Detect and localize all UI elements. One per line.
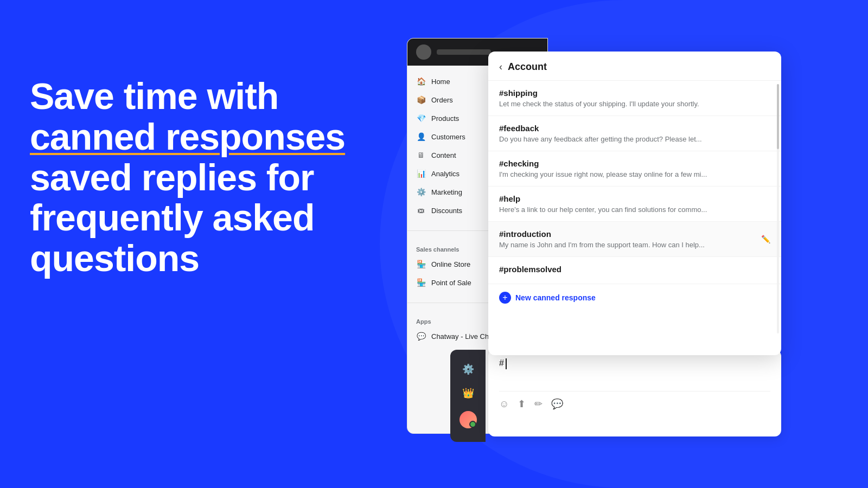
account-panel-title: Account [508,61,547,73]
sidebar-label-products: Products [431,114,459,123]
sidebar-label-online-store: Online Store [431,260,470,268]
canned-responses-list: #shipping Let me check the status of you… [488,81,781,330]
sidebar-label-analytics: Analytics [431,170,459,178]
store-name-bar [437,49,491,55]
point-of-sale-icon: 🏪 [416,278,426,287]
products-icon: 💎 [416,113,426,123]
canned-tag-checking: #checking [499,159,770,168]
chat-toolbar: ☺ ⬆ ✏ 💬 [499,391,770,410]
hero-line4: frequently asked [30,197,314,238]
online-store-icon: 🏪 [416,259,426,269]
home-icon: 🏠 [416,76,426,86]
chat-input-prefix: # [499,358,504,368]
canned-item-shipping[interactable]: #shipping Let me check the status of you… [488,81,781,116]
chat-input-area: # ☺ ⬆ ✏ 💬 [488,350,781,436]
canned-item-introduction[interactable]: #introduction My name is John and I'm fr… [488,222,781,257]
back-button[interactable]: ‹ [499,61,502,73]
chat-bubble-icon[interactable]: 💬 [551,398,563,410]
sidebar-label-customers: Customers [431,133,465,141]
settings-icon[interactable]: ⚙️ [462,363,474,375]
crown-icon[interactable]: 👑 [462,387,474,399]
account-panel: ‹ Account #shipping Let me check the sta… [488,52,781,355]
sidebar-label-discounts: Discounts [431,207,462,215]
canned-tag-shipping: #shipping [499,88,770,98]
orders-icon: 📦 [416,95,426,105]
hero-line3: saved replies for [30,157,314,198]
canned-desc-shipping: Let me check the status of your shipping… [499,100,770,108]
sidebar-label-point-of-sale: Point of Sale [431,279,471,287]
new-canned-response-button[interactable]: + New canned response [488,284,781,311]
canned-desc-introduction: My name is John and I'm from the support… [499,241,770,249]
hero-line1: Save time with [30,75,278,117]
chatway-icon: 💬 [416,331,426,341]
content-icon: 🖥 [416,150,426,160]
sidebar-label-marketing: Marketing [431,188,462,196]
emoji-icon[interactable]: ☺ [499,399,509,410]
discounts-icon: 🎟 [416,206,426,215]
user-avatar[interactable] [459,411,477,428]
hero-title: Save time with canned responses saved re… [30,76,410,279]
canned-tag-feedback: #feedback [499,124,770,133]
hero-line5: questions [30,237,199,279]
scrollbar-thumb [777,84,779,149]
marketing-icon: ⚙️ [416,187,426,197]
analytics-icon: 📊 [416,169,426,178]
account-panel-header: ‹ Account [488,52,781,81]
canned-item-problemsolved[interactable]: #problemsolved [488,257,781,284]
mockup-container: 🏠 Home 📦 Orders 💎 Products 👤 Customers 🖥… [407,30,803,464]
hero-section: Save time with canned responses saved re… [30,76,410,279]
canned-tag-help: #help [499,194,770,203]
scrollbar[interactable] [777,84,779,333]
sidebar-label-home: Home [431,78,450,86]
canned-tag-introduction: #introduction [499,229,770,239]
edit-tool-icon[interactable]: ✏ [534,398,542,410]
chat-cursor [506,358,507,369]
sidebar-label-orders: Orders [431,96,453,104]
sidebar-label-content: Content [431,151,456,159]
upload-icon[interactable]: ⬆ [518,398,526,410]
canned-tag-problemsolved: #problemsolved [499,265,770,274]
chat-input-text[interactable]: # [499,358,770,369]
new-canned-label: New canned response [515,293,596,302]
canned-desc-feedback: Do you have any feedback after getting t… [499,135,770,143]
edit-icon[interactable]: ✏️ [761,235,770,243]
canned-desc-help: Here's a link to our help center, you ca… [499,206,770,214]
customers-icon: 👤 [416,132,426,142]
canned-item-feedback[interactable]: #feedback Do you have any feedback after… [488,116,781,151]
store-avatar [416,44,431,60]
canned-item-checking[interactable]: #checking I'm checking your issue right … [488,151,781,187]
plus-circle-icon: + [499,292,511,304]
hero-line2: canned responses [30,116,345,157]
canned-item-help[interactable]: #help Here's a link to our help center, … [488,187,781,222]
chat-sidebar-strip: ⚙️ 👑 [450,350,486,442]
canned-desc-checking: I'm checking your issue right now, pleas… [499,170,770,178]
